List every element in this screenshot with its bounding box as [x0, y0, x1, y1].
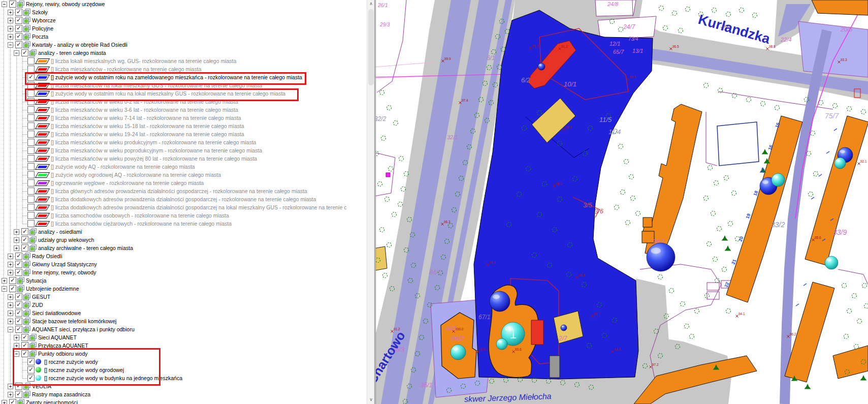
layer-checkbox[interactable] [15, 326, 22, 333]
tree-item[interactable]: +Policyjne [0, 24, 367, 33]
tree-item[interactable]: +Zwroty nieruchomości [0, 398, 367, 404]
tree-item[interactable]: −Kwartały - analizy w obrębie Rad Osiedl… [0, 41, 367, 49]
layer-checkbox[interactable] [27, 106, 35, 113]
tree-item[interactable]: +GESUT [0, 293, 367, 301]
layer-checkbox[interactable] [15, 269, 22, 276]
layer-checkbox[interactable] [15, 301, 22, 308]
tree-item[interactable]: [] ogrzewanie węglowe - rozkolorowane na… [0, 179, 367, 187]
tree-item[interactable]: [] liczba mieszkańców w wieku 19-24 lat … [0, 130, 367, 138]
water-usage-point[interactable] [771, 173, 785, 187]
tree-item[interactable]: +analizy - osiedlami [0, 228, 367, 236]
layer-checkbox[interactable] [15, 391, 22, 398]
expand-collapse-icon[interactable]: − [2, 286, 7, 292]
tree-item-label[interactable]: Wyborcze [32, 17, 56, 23]
layer-checkbox[interactable] [27, 147, 35, 154]
expand-collapse-icon[interactable]: − [14, 351, 19, 357]
layer-checkbox[interactable] [9, 1, 16, 8]
expand-collapse-icon[interactable]: − [14, 50, 19, 56]
tree-item-label[interactable]: Szkoły [32, 9, 48, 15]
water-usage-point[interactable] [490, 291, 510, 312]
tree-item-label[interactable]: [] zużycie wody ogrodowej AQ - rozkoloro… [51, 172, 221, 178]
tree-item[interactable]: −Rejony, rewiry, obwody urzędowe [0, 0, 367, 8]
tree-item-label[interactable]: analizy archiwalne - teren całego miasta [38, 245, 133, 251]
tree-item[interactable]: +Sytuacja [0, 276, 367, 285]
layer-checkbox[interactable] [27, 188, 35, 195]
expand-expand-icon[interactable]: + [8, 392, 13, 397]
expand-expand-icon[interactable]: + [8, 310, 13, 316]
tree-item-label[interactable]: Inne rejony, rewiry, obwody [32, 269, 96, 275]
tree-item[interactable]: +Sieci światłowodowe [0, 309, 367, 317]
expand-expand-icon[interactable]: + [14, 343, 19, 349]
tree-item[interactable]: [] roczne zużycie wody [0, 358, 367, 366]
tree-item-label[interactable]: [] liczba mieszkańców w wieku 15-18 lat … [51, 123, 244, 129]
scroll-down-icon[interactable]: ∨ [367, 396, 375, 404]
layer-checkbox[interactable] [27, 171, 35, 178]
scrollbar-thumb[interactable] [368, 9, 374, 85]
tree-item[interactable]: [] zużycie wody AQ - rozkolorowane na te… [0, 163, 367, 171]
tree-item[interactable]: [] liczba mieszkańców na lokal mieszkaln… [0, 81, 367, 89]
layer-checkbox[interactable] [27, 179, 35, 187]
layer-checkbox[interactable] [21, 236, 28, 243]
tree-item[interactable]: +Wyborcze [0, 16, 367, 24]
tree-item-label[interactable]: [] roczne zużycie wody ogrodowej [44, 367, 124, 373]
tree-item-label[interactable]: [] liczba mieszkańców na lokal mieszkaln… [51, 82, 262, 88]
tree-item-label[interactable]: udziały grup wiekowych [38, 237, 94, 243]
tree-item-label[interactable]: [] liczba mieszkańców - rozkolorowane na… [51, 66, 201, 72]
tree-item-label[interactable]: [] roczne zużycie wody w budynku na jedn… [44, 375, 182, 381]
layer-checkbox[interactable] [21, 244, 28, 252]
map-viewport[interactable]: 99.997.496.399.198.295.893.694.799.996.5… [374, 0, 868, 404]
layer-checkbox[interactable] [27, 212, 35, 219]
layer-checkbox[interactable] [27, 82, 35, 89]
expand-expand-icon[interactable]: + [8, 254, 13, 259]
layer-checkbox[interactable] [21, 342, 28, 349]
layer-checkbox[interactable] [21, 49, 28, 56]
layer-checkbox[interactable] [15, 293, 22, 300]
tree-item[interactable]: +udziały grup wiekowych [0, 236, 367, 244]
tree-item-label[interactable]: Główny Urząd Statystyczny [32, 261, 97, 267]
tree-item-label[interactable]: [] liczba mieszkańców w wieku 0-2 lat - … [51, 99, 238, 105]
tree-item-label[interactable]: analizy - teren całego miasta [38, 50, 106, 56]
layer-checkbox[interactable] [15, 253, 22, 260]
tree-item[interactable]: [] liczba dodatkowych adresów prowadzeni… [0, 195, 367, 203]
tree-item[interactable]: [] liczba dodatkowych adresów prowadzeni… [0, 203, 367, 211]
tree-panel-scrollbar[interactable]: ∧ ∨ [367, 0, 375, 404]
expand-expand-icon[interactable]: + [8, 294, 13, 300]
tree-item[interactable]: +ZUD [0, 301, 367, 309]
expand-expand-icon[interactable]: + [8, 302, 13, 308]
tree-item-label[interactable]: ZUD [32, 302, 43, 308]
tree-item-label[interactable]: Sieci światłowodowe [32, 310, 81, 316]
expand-expand-icon[interactable]: + [8, 270, 13, 275]
layer-checkbox[interactable] [21, 334, 28, 341]
tree-item-label[interactable]: [] roczne zużycie wody [44, 359, 98, 365]
layer-checkbox[interactable] [27, 139, 35, 146]
tree-item-label[interactable]: Rastry mapa zasadnicza [32, 391, 90, 397]
tree-item-label[interactable]: GESUT [32, 294, 50, 300]
tree-item-label[interactable]: [] liczba mieszkańców w wieku 3-6 lat - … [51, 107, 238, 113]
tree-item[interactable]: +Przyłącza AQUANET [0, 341, 367, 350]
tree-item[interactable]: [] liczba mieszkańców w wieku produkcyjn… [0, 138, 367, 146]
tree-item-label[interactable]: AQUANET sieci, przyłącza i punkty odbior… [32, 326, 135, 332]
tree-item-label[interactable]: [] liczba samochodów ciężarowych - rozko… [51, 221, 232, 227]
layer-checkbox[interactable] [27, 131, 35, 138]
water-usage-point[interactable] [825, 256, 838, 269]
tree-item-label[interactable]: [] liczba mieszkańców w wieku 19-24 lat … [51, 131, 244, 137]
layer-checkbox[interactable] [27, 122, 35, 130]
tree-item[interactable]: [] liczba mieszkańców w wieku poprodukcy… [0, 146, 367, 154]
layer-checkbox[interactable] [27, 66, 35, 73]
tree-item[interactable]: [] liczba samochodów osobowych - rozkolo… [0, 211, 367, 220]
water-usage-point[interactable] [451, 345, 466, 360]
tree-item[interactable]: [] liczba samochodów ciężarowych - rozko… [0, 220, 367, 228]
water-usage-point[interactable] [561, 325, 567, 331]
layer-checkbox[interactable] [21, 350, 28, 357]
tree-item[interactable]: −AQUANET sieci, przyłącza i punkty odbio… [0, 325, 367, 333]
tree-item[interactable]: −Punkty odbioru wody [0, 350, 367, 358]
expand-expand-icon[interactable]: + [14, 245, 19, 251]
tree-item[interactable]: [] liczba mieszkańców w wieku 15-18 lat … [0, 122, 367, 130]
layer-checkbox[interactable] [9, 285, 16, 292]
layer-checkbox[interactable] [15, 25, 22, 32]
layer-checkbox[interactable] [27, 204, 35, 211]
tree-item-label[interactable]: Uzbrojenie podziemne [26, 286, 79, 292]
layer-checkbox[interactable] [27, 366, 35, 374]
tree-item[interactable]: +Poczta [0, 33, 367, 41]
expand-expand-icon[interactable]: + [8, 18, 13, 23]
